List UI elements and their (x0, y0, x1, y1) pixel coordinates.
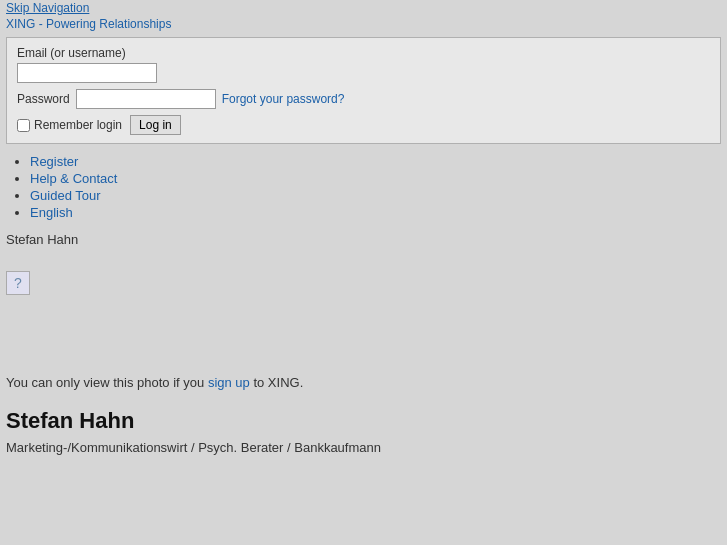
skip-navigation-link[interactable]: Skip Navigation (0, 0, 95, 17)
nav-item-tour: Guided Tour (30, 188, 727, 203)
language-link[interactable]: English (30, 205, 80, 220)
photo-message-pre: You can only view this photo if you (6, 375, 208, 390)
login-box: Email (or username) Password Forgot your… (6, 37, 721, 144)
remember-login-checkbox[interactable] (17, 119, 30, 132)
profile-tagline: Marketing-/Kommunikationswirt / Psych. B… (0, 438, 727, 457)
password-input[interactable] (76, 89, 216, 109)
profile-name-large: Stefan Hahn (0, 400, 727, 438)
sign-up-link[interactable]: sign up (208, 375, 250, 390)
profile-image-container: ? (0, 261, 727, 305)
nav-item-language: English (30, 205, 727, 220)
broken-image-icon: ? (14, 275, 22, 291)
navigation-list: Register Help & Contact Guided Tour Engl… (30, 154, 727, 220)
remember-login-label: Remember login (34, 118, 122, 132)
nav-item-register: Register (30, 154, 727, 169)
site-title-link[interactable]: XING - Powering Relationships (0, 15, 727, 33)
register-link[interactable]: Register (30, 154, 78, 169)
user-name-top: Stefan Hahn (0, 228, 727, 251)
nav-item-help: Help & Contact (30, 171, 727, 186)
password-label: Password (17, 92, 70, 106)
help-contact-link[interactable]: Help & Contact (30, 171, 117, 186)
photo-message-post: to XING. (250, 375, 303, 390)
email-label: Email (or username) (17, 46, 710, 60)
password-row: Password Forgot your password? (17, 89, 710, 109)
guided-tour-link[interactable]: Guided Tour (30, 188, 101, 203)
profile-image-placeholder: ? (6, 271, 30, 295)
login-button[interactable]: Log in (130, 115, 181, 135)
photo-message: You can only view this photo if you sign… (0, 365, 727, 400)
email-input[interactable] (17, 63, 157, 83)
remember-row: Remember login Log in (17, 115, 710, 135)
forgot-password-link[interactable]: Forgot your password? (222, 92, 345, 106)
